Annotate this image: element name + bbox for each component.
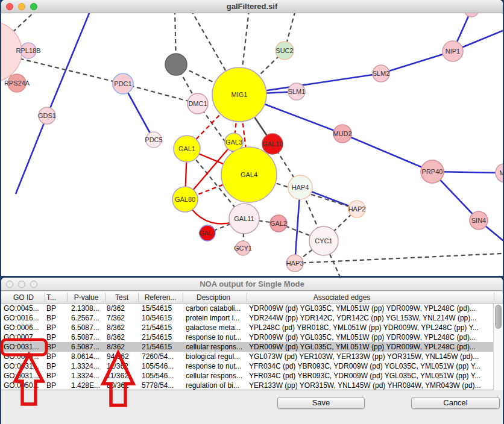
node-label-HAP3: HAP3	[286, 260, 304, 267]
column-header-pvalue[interactable]: P-value	[74, 293, 99, 302]
cell-type: BP	[46, 362, 56, 370]
cell-test: 7/362	[107, 314, 125, 322]
cell-go-id: GO:0031...	[4, 372, 39, 380]
cell-associated-edges: YPL248C (pd) YBR018C, YML051W (pp) YDR00…	[249, 323, 492, 332]
network-canvas[interactable]: RPL18BRPS24APDC1GDS1MIG1DMC1SUC2SLM1SLM2…	[1, 13, 503, 276]
column-header-referen[interactable]: Referen...	[145, 293, 177, 302]
network-window-title: galFiltered.sif	[1, 2, 503, 11]
column-divider[interactable]	[67, 293, 68, 302]
cell-reference: 15/54615	[142, 304, 172, 313]
cell-reference: 7260/54...	[142, 352, 174, 361]
table-row[interactable]: GO:0007...BP6.5087...8/36221/54615respon…	[1, 332, 493, 342]
cell-type: BP	[46, 372, 56, 380]
cell-description: galactose meta...	[186, 323, 241, 332]
network-graph: RPL18BRPS24APDC1GDS1MIG1DMC1SUC2SLM1SLM2…	[1, 13, 503, 276]
noa-output-window: NOA output for Single Mode GO IDT...P-va…	[1, 278, 503, 424]
cell-test: 8/362	[107, 333, 125, 341]
table-body: GO:0045...BP2.1308...8/36215/54615carbon…	[1, 304, 503, 390]
cell-p-value: 6.5087...	[71, 323, 99, 332]
table-row[interactable]: GO:0065...BP8.0614...94/3627260/54...bio…	[1, 352, 493, 361]
node-label-CYC1: CYC1	[315, 237, 332, 245]
cell-reference: 21/54615	[142, 323, 172, 332]
node-graynode[interactable]	[165, 54, 187, 75]
cell-p-value: 6.5087...	[71, 333, 99, 341]
cell-associated-edges: YER133W (pp) YOR315W, YNL145W (pd) YHR08…	[249, 381, 492, 390]
cell-description: carbon cataboli...	[186, 304, 241, 313]
node-label-HAP2: HAP2	[348, 205, 366, 213]
noa-window-title: NOA output for Single Mode	[1, 279, 503, 288]
cell-test: 8/362	[107, 304, 125, 313]
column-divider[interactable]	[183, 293, 183, 302]
cell-go-id: GO:0016...	[4, 314, 39, 322]
column-header-goid[interactable]: GO ID	[13, 293, 34, 302]
cell-description: response to nut...	[186, 333, 242, 341]
column-divider[interactable]	[45, 293, 45, 302]
cell-test: 8/362	[107, 343, 125, 351]
node-label-SLM1: SLM1	[288, 88, 306, 95]
column-header-associatededges[interactable]: Associated edges	[313, 293, 371, 302]
column-header-test[interactable]: Test	[115, 293, 128, 302]
node-label-SUC2: SUC2	[276, 47, 293, 54]
edge-MUD2-PRP40	[342, 134, 432, 172]
table-row[interactable]: GO:0045...BP2.1308...8/36215/54615carbon…	[1, 304, 493, 313]
cell-p-value: 2.1308...	[71, 304, 99, 313]
cell-reference: 105/546...	[142, 362, 174, 370]
edge-aGDStop-GDS1	[47, 13, 90, 116]
node-label-GAL80: GAL80	[175, 196, 195, 203]
cell-go-id: GO:0006...	[4, 323, 39, 332]
column-header-desciption[interactable]: Desciption	[197, 293, 230, 302]
cell-test: 94/362	[107, 352, 129, 361]
cell-associated-edges: YDR009W (pd) YGL035C, YML051W (pp) YDR00…	[249, 343, 492, 351]
cell-go-id: GO:0045...	[4, 304, 39, 313]
table-row[interactable]: GO:0006...BP6.5087...8/36221/54615galact…	[1, 323, 493, 332]
cell-type: BP	[46, 343, 56, 351]
table-row[interactable]: GO:0031...BP1.3324...11/362105/546...res…	[1, 361, 493, 371]
table-row[interactable]: GO:0031...BP1.3324...11/362105/546...cel…	[1, 371, 493, 381]
cell-p-value: 6.5087...	[71, 343, 99, 351]
save-button[interactable]: Save	[277, 397, 365, 409]
column-divider[interactable]	[247, 293, 247, 302]
column-divider[interactable]	[138, 293, 139, 302]
cell-type: BP	[46, 304, 56, 313]
node-label-GAL7: GAL7	[199, 229, 216, 237]
cell-reference: 21/54615	[142, 343, 172, 351]
table-row[interactable]: GO:0016...BP6.2567...7/36210/54615protei…	[1, 313, 493, 323]
cell-p-value: 1.428E...	[71, 381, 100, 390]
edge-SLM2-NIP1	[381, 51, 453, 73]
node-label-MIG1: MIG1	[232, 91, 248, 98]
node-label-RPL18B: RPL18B	[16, 47, 41, 54]
cell-go-id: GO:0007...	[4, 333, 39, 341]
network-window-titlebar[interactable]: galFiltered.sif	[1, 0, 503, 13]
edge-GDS1-aGDSbot	[16, 116, 47, 194]
cell-reference: 10/54615	[142, 314, 172, 322]
cell-description: biological regul...	[186, 352, 240, 361]
cell-go-id: GO:0050...	[4, 381, 39, 390]
scrollbar-thumb[interactable]	[495, 305, 502, 329]
cell-associated-edges: YGL073W (pd) YER103W, YER133W (pp) YOR31…	[249, 352, 492, 361]
table-row[interactable]: GO:0031...BP6.5087...8/36221/54615cellul…	[1, 342, 493, 352]
node-label-DMC1: DMC1	[188, 100, 207, 107]
node-label-HAP4: HAP4	[292, 184, 309, 191]
cell-reference: 5778/54...	[142, 381, 174, 390]
node-label-SIN4: SIN4	[471, 217, 486, 224]
column-divider[interactable]	[105, 293, 106, 302]
table-row[interactable]: GO:0050...BP1.428E...80/3625778/54...reg…	[1, 381, 493, 390]
node-label-GAL10: GAL10	[262, 140, 283, 148]
vertical-scrollbar[interactable]	[493, 304, 503, 390]
node-label-PDC1: PDC1	[114, 80, 131, 87]
node-label-MUD2: MUD2	[333, 130, 351, 137]
cell-description: cellular respons...	[186, 343, 242, 351]
cell-description: response to nut...	[186, 362, 242, 370]
cell-associated-edges: YDR009W (pd) YGL035C, YML051W (pp) YDR00…	[249, 304, 492, 313]
cell-test: 8/362	[107, 323, 125, 332]
column-header-t[interactable]: T...	[46, 293, 56, 302]
cell-associated-edges: YFR034C (pd) YBR093C, YDR009W (pd) YGL03…	[249, 362, 492, 370]
node-topright[interactable]	[464, 13, 479, 17]
cell-go-id: GO:0031...	[4, 343, 39, 351]
node-label-GAL4: GAL4	[241, 171, 257, 178]
noa-window-titlebar[interactable]: NOA output for Single Mode	[1, 278, 503, 291]
node-label-NIP1: NIP1	[446, 48, 460, 55]
cancel-button[interactable]: Cancel	[411, 397, 500, 409]
column-divider[interactable]	[494, 293, 494, 302]
edge-PDC1-DMC1	[123, 84, 198, 104]
